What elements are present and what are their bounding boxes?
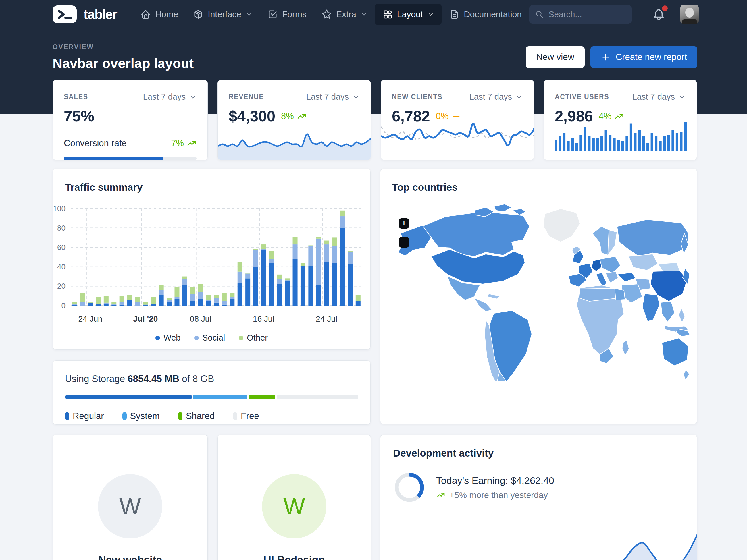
stat-delta: 8% [281,111,294,122]
nav-item-forms[interactable]: Forms [260,4,314,25]
search-box[interactable] [529,5,632,24]
free-swatch [233,412,237,420]
project-avatar: W [262,474,326,538]
card-title: Traffic summary [65,182,362,193]
top-navbar: tabler Home Interface Forms Extra Layout [0,0,747,29]
chevron-down-icon [515,93,523,101]
dashboard-page: tabler Home Interface Forms Extra Layout [0,0,747,560]
map-zoom-in-button[interactable]: + [399,218,409,229]
button-label: Create new report [616,52,687,62]
nav-label: Extra [336,9,356,19]
revenue-sparkline-chart [218,126,371,160]
legend-label: Shared [186,411,215,421]
page-title: Navbar overlap layout [53,55,194,71]
users-bar-sparkline-chart [555,122,687,151]
clients-sparkline-chart [381,112,534,160]
svg-text:24 Jun: 24 Jun [78,315,102,323]
stat-label: NEW CLIENTS [392,93,442,101]
web-dot [155,336,160,340]
svg-text:24 Jul: 24 Jul [316,315,337,323]
user-avatar[interactable] [680,5,699,24]
storage-legend: Regular System Shared Free [65,411,358,421]
world-map[interactable] [388,197,690,381]
svg-text:Jul '20: Jul '20 [133,315,158,323]
star-icon [321,9,332,20]
trending-up-icon [187,138,197,148]
project-card-new-website[interactable]: W New website [53,434,208,560]
notifications-button[interactable] [652,8,665,21]
shared-swatch [178,412,182,420]
todays-earning-text: Today's Earning: $4,262.40 [436,475,554,486]
storage-segment-system [193,395,248,399]
conversion-progress-bar [64,157,197,160]
layout-icon [382,9,393,20]
period-label: Last 7 days [143,92,186,102]
brand[interactable]: tabler [53,5,117,23]
package-icon [193,9,203,20]
system-swatch [122,412,127,420]
traffic-stacked-bar-chart: 02040608010024 JunJul '2008 Jul16 Jul24 … [53,195,370,327]
legend-item-other[interactable]: Other [239,333,268,343]
search-icon [536,10,543,19]
storage-segment-shared [249,395,276,399]
earning-donut-chart [393,471,426,504]
chevron-down-icon [427,11,434,18]
conversion-delta: 7% [171,138,184,149]
legend-item-free: Free [233,411,259,421]
project-name: UI Redesign [218,554,370,560]
period-label: Last 7 days [306,92,349,102]
nav-item-home[interactable]: Home [133,4,186,25]
legend-item-social[interactable]: Social [194,333,225,343]
map-zoom-out-button[interactable]: − [399,237,409,247]
legend-label: Other [247,333,268,343]
page-header: OVERVIEW Navbar overlap layout New view … [53,43,697,71]
storage-total-value: of 8 GB [182,373,214,384]
new-view-button[interactable]: New view [526,46,585,68]
notification-dot [662,5,668,11]
nav-item-documentation[interactable]: Documentation [442,4,529,25]
top-countries-card: Top countries [380,168,697,424]
page-overline: OVERVIEW [53,43,194,51]
storage-progress-bar [65,395,358,399]
period-label: Last 7 days [469,92,512,102]
svg-text:0: 0 [61,301,66,310]
trending-up-icon [614,111,624,121]
other-dot [239,336,243,340]
storage-segment-regular [65,395,191,399]
search-input[interactable] [548,9,625,20]
revenue-period-dropdown[interactable]: Last 7 days [306,92,360,102]
legend-item-web[interactable]: Web [155,333,180,343]
active-users-card: ACTIVE USERS Last 7 days 2,986 4% [544,80,697,160]
legend-label: Social [202,333,225,343]
period-label: Last 7 days [633,92,675,102]
users-period-dropdown[interactable]: Last 7 days [633,92,686,102]
svg-text:100: 100 [53,204,66,213]
svg-text:08 Jul: 08 Jul [190,315,211,323]
clients-period-dropdown[interactable]: Last 7 days [469,92,523,102]
development-activity-card: Development activity Today's Earning: $4… [380,434,697,560]
traffic-summary-card: Traffic summary 02040608010024 JunJul '2… [53,168,370,350]
social-dot [194,336,199,340]
brand-name: tabler [84,7,117,22]
project-card-ui-redesign[interactable]: W UI Redesign [217,434,371,560]
storage-prefix: Using Storage [65,373,125,384]
tabler-logo-icon [53,5,77,23]
stat-value: $4,300 [229,107,275,125]
create-new-report-button[interactable]: Create new report [590,46,697,68]
nav-item-extra[interactable]: Extra [314,4,375,25]
plus-icon [601,52,611,62]
home-icon [140,9,151,20]
card-title: Top countries [392,182,686,193]
svg-text:20: 20 [57,282,66,290]
nav-item-layout[interactable]: Layout [375,4,442,25]
nav-item-interface[interactable]: Interface [186,4,260,25]
nav-label: Home [155,9,178,19]
storage-usage-text: Using Storage 6854.45 MB of 8 GB [65,373,358,384]
legend-item-regular: Regular [65,411,104,421]
button-label: New view [536,52,574,62]
svg-text:60: 60 [57,243,66,251]
sales-period-dropdown[interactable]: Last 7 days [143,92,197,102]
chevron-down-icon [189,93,197,101]
project-avatar: W [98,474,162,538]
stat-delta: 4% [599,111,612,122]
